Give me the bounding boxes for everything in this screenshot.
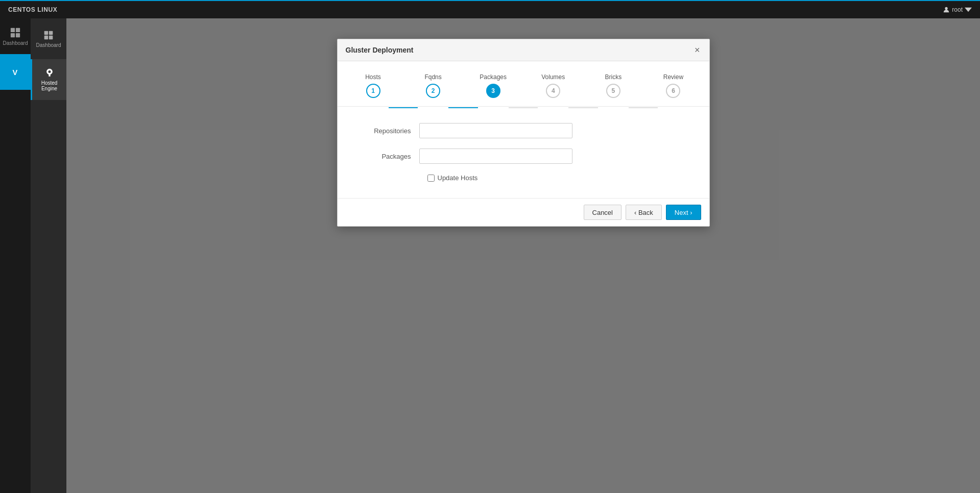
step-volumes-label: Volumes xyxy=(541,73,565,81)
sidebar-inner: Dashboard Hosted Engine xyxy=(31,18,66,493)
step-line-3 xyxy=(509,107,538,108)
svg-rect-4 xyxy=(16,33,20,37)
repositories-label: Repositories xyxy=(358,127,419,135)
step-fqdns: Fqdns 2 xyxy=(418,73,448,98)
modal-overlay: Gluster Deployment × Hosts 1 xyxy=(66,18,980,493)
svg-text:V: V xyxy=(13,68,18,77)
svg-rect-8 xyxy=(44,35,49,39)
sidebar-inner-hosted-engine-label: Hosted Engine xyxy=(34,80,64,91)
wizard-steps: Hosts 1 Fqdns 2 xyxy=(338,61,709,107)
chevron-down-icon xyxy=(965,6,972,13)
svg-rect-1 xyxy=(11,28,15,32)
close-button[interactable]: × xyxy=(694,45,701,55)
update-hosts-group: Update Hosts xyxy=(427,174,689,182)
svg-point-0 xyxy=(945,7,948,10)
packages-group: Packages xyxy=(358,149,689,164)
dashboard-icon xyxy=(10,27,21,38)
step-bricks: Bricks 5 xyxy=(598,73,629,98)
sidebar-outer: Dashboard V xyxy=(0,18,31,493)
step-packages-label: Packages xyxy=(480,73,507,81)
step-line-2 xyxy=(448,107,478,108)
step-fqdns-circle[interactable]: 2 xyxy=(426,84,440,98)
dashboard-inner-icon xyxy=(43,30,54,40)
step-review-label: Review xyxy=(663,73,683,81)
packages-label: Packages xyxy=(358,153,419,160)
sidebar-inner-dashboard-label: Dashboard xyxy=(36,42,61,48)
step-line-1 xyxy=(389,107,418,108)
app-title: CENTOS LINUX xyxy=(8,6,57,13)
modal-header: Gluster Deployment × xyxy=(338,39,709,61)
step-review: Review 6 xyxy=(658,73,688,98)
sidebar-icons: Dashboard V xyxy=(0,18,31,90)
svg-rect-7 xyxy=(49,31,53,34)
packages-input[interactable] xyxy=(419,149,572,164)
user-menu[interactable]: root xyxy=(943,6,972,13)
gluster-deployment-modal: Gluster Deployment × Hosts 1 xyxy=(337,39,710,227)
modal-footer: Cancel ‹ Back Next › xyxy=(338,198,709,226)
modal-title: Gluster Deployment xyxy=(346,46,414,54)
repositories-input[interactable] xyxy=(419,123,572,138)
step-fqdns-label: Fqdns xyxy=(424,73,441,81)
update-hosts-checkbox[interactable] xyxy=(427,175,435,182)
hosted-engine-icon xyxy=(44,68,55,78)
svg-rect-3 xyxy=(11,33,15,37)
sidebar-dashboard-label: Dashboard xyxy=(3,40,28,46)
step-line-4 xyxy=(568,107,598,108)
main-area: Gluster Deployment × Hosts 1 xyxy=(66,18,980,493)
sidebar-inner-dashboard[interactable]: Dashboard xyxy=(31,18,66,59)
back-button[interactable]: ‹ Back xyxy=(626,205,662,220)
svg-rect-2 xyxy=(16,28,20,32)
step-bricks-label: Bricks xyxy=(605,73,622,81)
sidebar-item-dashboard[interactable]: Dashboard xyxy=(0,18,31,54)
v-icon: V xyxy=(10,66,21,78)
step-volumes: Volumes 4 xyxy=(538,73,568,98)
step-packages-circle[interactable]: 3 xyxy=(486,84,500,98)
modal-body: Repositories Packages Update Hosts xyxy=(338,107,709,198)
step-bricks-circle[interactable]: 5 xyxy=(606,84,620,98)
sidebar-inner-hosted-engine[interactable]: Hosted Engine xyxy=(31,59,66,100)
step-hosts-circle[interactable]: 1 xyxy=(366,84,380,98)
next-button[interactable]: Next › xyxy=(666,205,701,220)
user-label: root xyxy=(952,6,963,13)
svg-rect-9 xyxy=(49,35,53,39)
topbar: CENTOS LINUX root xyxy=(0,0,980,18)
step-packages: Packages 3 xyxy=(478,73,509,98)
cancel-button[interactable]: Cancel xyxy=(584,205,622,220)
repositories-group: Repositories xyxy=(358,123,689,138)
update-hosts-label[interactable]: Update Hosts xyxy=(438,174,478,182)
svg-rect-6 xyxy=(44,31,49,34)
step-volumes-circle[interactable]: 4 xyxy=(546,84,560,98)
step-line-5 xyxy=(629,107,658,108)
step-hosts: Hosts 1 xyxy=(358,73,389,98)
user-icon xyxy=(943,6,950,13)
step-review-circle[interactable]: 6 xyxy=(666,84,680,98)
sidebar-item-v[interactable]: V xyxy=(0,54,31,90)
step-hosts-label: Hosts xyxy=(365,73,381,81)
